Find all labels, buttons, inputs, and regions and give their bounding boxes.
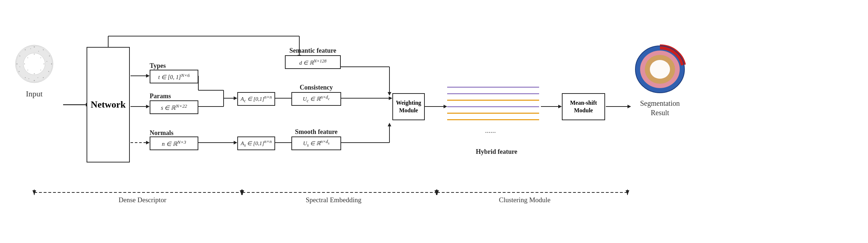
svg-point-74 (24, 64, 25, 64)
smooth-math: Us ∈ ℝn×ds (303, 139, 329, 148)
normals-math: n ∈ ℝN×3 (162, 139, 186, 147)
svg-point-58 (49, 56, 50, 57)
svg-marker-28 (389, 96, 392, 100)
svg-point-80 (28, 78, 29, 79)
dense-descriptor-label: Dense Descriptor (60, 196, 225, 204)
svg-marker-35 (558, 105, 562, 108)
input-area: Input (11, 43, 58, 99)
svg-point-60 (48, 71, 49, 72)
semantic-label: Semantic feature (285, 47, 341, 55)
svg-point-78 (47, 61, 47, 62)
svg-marker-11 (146, 141, 150, 144)
meanshift-box: Mean-shiftModule (562, 93, 605, 120)
hybrid-line-2 (447, 93, 539, 94)
smooth-label: Smooth feature (291, 128, 341, 136)
svg-marker-52 (626, 190, 629, 195)
svg-marker-51 (435, 190, 439, 195)
params-box: s ∈ ℝN×22 (150, 100, 198, 114)
hybrid-line-5 (447, 113, 539, 114)
svg-point-70 (44, 64, 44, 64)
svg-point-61 (43, 77, 44, 78)
svg-point-73 (27, 70, 28, 70)
svg-point-64 (19, 71, 20, 72)
types-math: t ∈ [0, 1]N×6 (158, 73, 190, 81)
network-label: Network (91, 99, 126, 110)
svg-point-55 (23, 53, 45, 75)
svg-point-77 (30, 48, 31, 49)
svg-marker-37 (627, 105, 631, 108)
consistency-box: Uc ∈ ℝn×dc (291, 92, 341, 106)
svg-marker-17 (234, 96, 237, 100)
as-math: As ∈ [0,1]n×n (241, 139, 272, 148)
svg-point-69 (40, 57, 41, 58)
svg-point-59 (51, 64, 52, 65)
svg-marker-33 (444, 105, 447, 108)
spectral-embedding-label: Spectral Embedding (252, 196, 415, 204)
segmentation-icon (633, 43, 687, 96)
svg-point-57 (43, 49, 44, 50)
svg-marker-7 (146, 74, 150, 78)
svg-marker-41 (32, 190, 36, 195)
svg-point-72 (34, 73, 35, 74)
svg-point-68 (34, 54, 35, 55)
svg-marker-31 (388, 123, 391, 126)
svg-point-67 (25, 49, 26, 51)
svg-point-66 (19, 56, 20, 56)
as-box: As ∈ [0,1]n×n (237, 136, 275, 150)
normals-label: Normals (150, 129, 173, 137)
weighting-box: WeightingModule (392, 93, 425, 120)
svg-point-81 (38, 77, 38, 78)
svg-point-62 (34, 80, 35, 81)
svg-point-65 (17, 64, 18, 65)
params-math: s ∈ ℝN×22 (161, 103, 187, 111)
svg-point-56 (34, 47, 35, 48)
svg-marker-42 (240, 190, 243, 195)
network-box: Network (87, 47, 130, 162)
params-label: Params (150, 92, 171, 100)
svg-marker-47 (435, 190, 438, 195)
types-box: t ∈ [0, 1]N×6 (150, 70, 198, 83)
hybrid-line-6 (447, 119, 539, 120)
types-label: Types (150, 62, 166, 70)
diagram: { "input": { "label": "Input" }, "networ… (0, 0, 868, 243)
svg-point-85 (650, 60, 670, 79)
segmentation-area: Segmentation Result (631, 43, 689, 117)
svg-point-76 (38, 51, 39, 52)
ac-math: Ac ∈ [0,1]n×n (241, 95, 272, 104)
weighting-label: WeightingModule (396, 99, 421, 114)
svg-point-63 (25, 77, 26, 78)
hybrid-dots: ...... (485, 126, 496, 135)
svg-point-79 (19, 66, 20, 67)
smooth-box: Us ∈ ℝn×ds (291, 136, 341, 150)
ac-box: Ac ∈ [0,1]n×n (237, 92, 275, 106)
consistency-math: Uc ∈ ℝn×dc (303, 95, 330, 104)
semantic-math: d ∈ ℝN×128 (299, 58, 327, 66)
hybrid-line-3 (447, 100, 539, 101)
torus-icon (13, 43, 56, 85)
normals-box: n ∈ ℝN×3 (150, 136, 198, 150)
svg-point-71 (40, 70, 41, 70)
segmentation-label: Segmentation Result (631, 99, 689, 117)
hybrid-line-4 (447, 106, 539, 107)
svg-point-75 (27, 57, 28, 58)
svg-marker-46 (241, 190, 244, 195)
input-label: Input (11, 89, 58, 99)
svg-marker-21 (234, 141, 237, 144)
svg-overlay (0, 0, 868, 243)
hybrid-feature-label: Hybrid feature (455, 148, 538, 156)
svg-marker-9 (146, 105, 150, 108)
svg-marker-26 (388, 92, 391, 96)
semantic-box: d ∈ ℝN×128 (285, 55, 341, 69)
clustering-module-label: Clustering Module (444, 196, 606, 204)
hybrid-feature-lines (447, 83, 541, 134)
hybrid-line-1 (447, 87, 539, 88)
meanshift-label: Mean-shiftModule (570, 99, 597, 114)
